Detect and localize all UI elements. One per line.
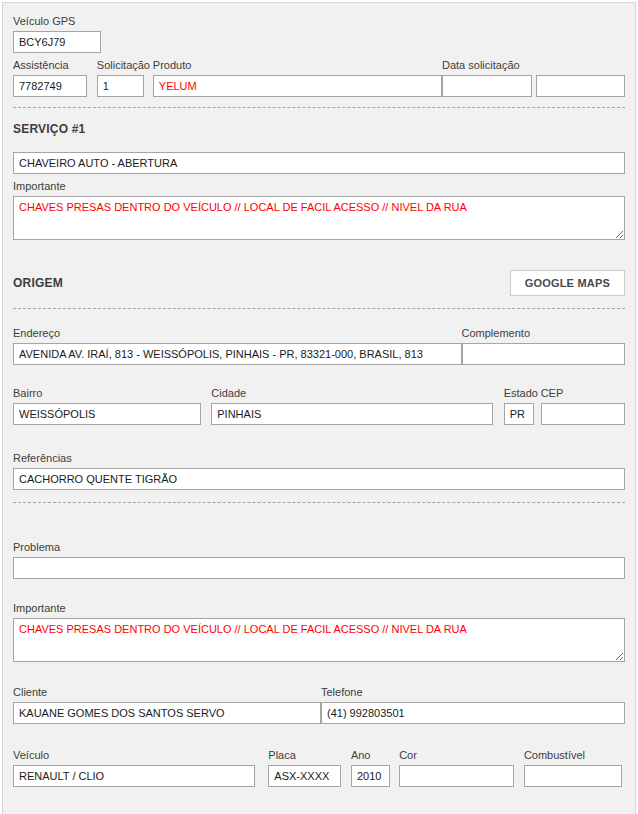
problem-label: Problema (13, 541, 625, 554)
solicitation-field: Solicitação (97, 59, 144, 97)
vehicle-field: Veículo (13, 749, 255, 787)
service-section-heading: SERVIÇO #1 (13, 122, 625, 136)
vehicle-label: Veículo (13, 749, 255, 762)
phone-label: Telefone (321, 686, 625, 699)
color-label: Cor (399, 749, 514, 762)
assistance-input[interactable] (13, 75, 87, 97)
complement-input[interactable] (462, 343, 625, 365)
district-field: Bairro (13, 387, 201, 425)
color-field: Cor (399, 749, 514, 787)
product-field: Produto (153, 59, 442, 97)
references-label: Referências (13, 452, 625, 465)
district-label: Bairro (13, 387, 201, 400)
zip-input[interactable] (541, 403, 625, 425)
problem-field: Problema (13, 541, 625, 579)
client-label: Cliente (13, 686, 321, 699)
request-date-pair (442, 75, 625, 97)
plate-label: Placa (268, 749, 341, 762)
fuel-input[interactable] (524, 765, 622, 787)
origin-important-label: Importante (13, 602, 625, 615)
plate-field: Placa (268, 749, 341, 787)
references-field: Referências (13, 452, 625, 490)
google-maps-button[interactable]: GOOGLE MAPS (510, 270, 625, 296)
year-field: Ano (351, 749, 390, 787)
vehicle-gps-field: Veículo GPS (13, 15, 101, 53)
complement-field: Complemento (462, 327, 625, 365)
vehicle-gps-input[interactable] (13, 31, 101, 53)
product-input[interactable] (153, 75, 442, 97)
request-date-input[interactable] (442, 75, 532, 97)
address-field: Endereço (13, 327, 462, 365)
service-important-field: Importante CHAVES PRESAS DENTRO DO VEÍCU… (13, 180, 625, 240)
zip-label: CEP (541, 387, 625, 400)
separator (13, 308, 625, 309)
fuel-field: Combustível (524, 749, 622, 787)
vehicle-input[interactable] (13, 765, 255, 787)
client-input[interactable] (13, 702, 321, 724)
fuel-label: Combustível (524, 749, 622, 762)
origin-important-textarea[interactable]: CHAVES PRESAS DENTRO DO VEÍCULO // LOCAL… (13, 618, 625, 662)
phone-input[interactable] (321, 702, 625, 724)
origin-important-field: Importante CHAVES PRESAS DENTRO DO VEÍCU… (13, 602, 625, 662)
request-date-label: Data solicitação (442, 59, 625, 72)
state-input[interactable] (504, 403, 534, 425)
problem-input[interactable] (13, 557, 625, 579)
year-input[interactable] (351, 765, 390, 787)
address-input[interactable] (13, 343, 462, 365)
plate-input[interactable] (268, 765, 341, 787)
district-row: Bairro Cidade Estado CEP (13, 387, 625, 425)
service-important-textarea[interactable]: CHAVES PRESAS DENTRO DO VEÍCULO // LOCAL… (13, 196, 625, 240)
vehicle-gps-label: Veículo GPS (13, 15, 101, 28)
separator (13, 502, 625, 503)
request-date-field: Data solicitação (442, 59, 625, 97)
assistance-field: Assistência (13, 59, 87, 97)
service-important-label: Importante (13, 180, 625, 193)
city-input[interactable] (211, 403, 492, 425)
complement-label: Complemento (462, 327, 625, 340)
assistance-label: Assistência (13, 59, 87, 72)
solicitation-label: Solicitação (97, 59, 144, 72)
request-time-input[interactable] (536, 75, 625, 97)
district-input[interactable] (13, 403, 201, 425)
references-input[interactable] (13, 468, 625, 490)
client-row: Cliente Telefone (13, 686, 625, 724)
origin-section-heading: ORIGEM (13, 276, 63, 290)
origin-header-row: ORIGEM GOOGLE MAPS (13, 270, 625, 296)
vehicle-row: Veículo Placa Ano Cor Combustível (13, 749, 625, 787)
dispatch-form-panel: Veículo GPS Assistência Solicitação Prod… (2, 2, 636, 814)
address-label: Endereço (13, 327, 462, 340)
address-row: Endereço Complemento (13, 327, 625, 365)
service-type-input[interactable] (13, 152, 625, 174)
state-field: Estado (504, 387, 534, 425)
city-field: Cidade (211, 387, 492, 425)
client-field: Cliente (13, 686, 321, 724)
zip-field: CEP (541, 387, 625, 425)
assistance-row: Assistência Solicitação Produto Data sol… (13, 59, 625, 97)
state-label: Estado (504, 387, 534, 400)
city-label: Cidade (211, 387, 492, 400)
color-input[interactable] (399, 765, 514, 787)
phone-field: Telefone (321, 686, 625, 724)
product-label: Produto (153, 59, 442, 72)
year-label: Ano (351, 749, 390, 762)
solicitation-input[interactable] (97, 75, 144, 97)
separator (13, 107, 625, 108)
